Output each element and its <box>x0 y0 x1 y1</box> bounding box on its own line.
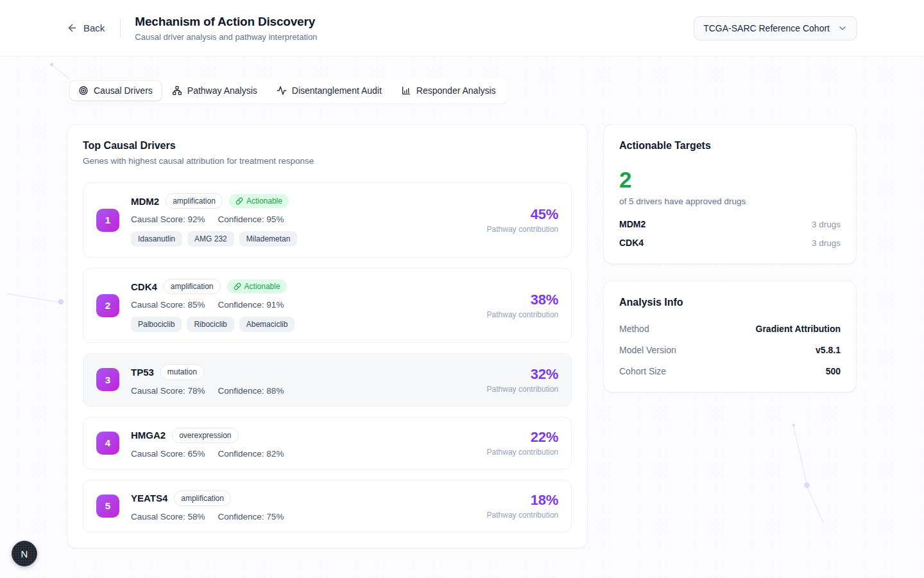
actionable-label: Actionable <box>246 196 282 206</box>
info-label: Method <box>619 324 649 334</box>
target-rows: MDM2 3 drugs CDK4 3 drugs <box>619 219 841 248</box>
waveform-icon <box>277 85 287 96</box>
info-label: Cohort Size <box>619 366 666 376</box>
page-subtitle: Causal driver analysis and pathway inter… <box>135 32 317 42</box>
target-drug-count: 3 drugs <box>812 238 841 248</box>
drug-chip: Ribociclib <box>187 317 234 332</box>
target-gene: MDM2 <box>619 219 646 229</box>
target-gene: CDK4 <box>619 238 644 248</box>
tab-label: Causal Drivers <box>94 85 153 96</box>
driver-card-hmga2[interactable]: 4 HMGA2 overexpression Causal Score: 65%… <box>83 417 572 469</box>
tab-label: Pathway Analysis <box>187 85 257 96</box>
driver-list: 1 MDM2 amplification Actionable <box>83 182 572 532</box>
confidence: Confidence: 82% <box>218 449 284 459</box>
causal-score: Causal Score: 58% <box>131 512 205 521</box>
info-value: v5.8.1 <box>816 345 841 355</box>
pathway-contribution-label: Pathway contribution <box>487 385 558 394</box>
drug-chip: Abemaciclib <box>239 317 295 332</box>
target-row-cdk4: CDK4 3 drugs <box>619 238 841 248</box>
panel-title: Top Causal Drivers <box>83 140 572 152</box>
header: Back Mechanism of Action Discovery Causa… <box>0 0 924 57</box>
tab-pathway-analysis[interactable]: Pathway Analysis <box>163 80 266 101</box>
back-button[interactable]: Back <box>67 22 105 33</box>
info-value: Gradient Attribution <box>756 324 841 334</box>
mechanism-of-action-page: Back Mechanism of Action Discovery Causa… <box>0 0 924 578</box>
confidence: Confidence: 91% <box>218 300 284 310</box>
info-row-model-version: Model Version v5.8.1 <box>619 345 841 355</box>
actionable-badge: Actionable <box>227 279 287 293</box>
info-value: 500 <box>826 366 841 376</box>
pathway-contribution-label: Pathway contribution <box>487 448 558 457</box>
rank-badge: 4 <box>96 432 119 455</box>
bar-chart-icon <box>401 85 411 96</box>
gene-name: TP53 <box>131 367 154 378</box>
tab-causal-drivers[interactable]: Causal Drivers <box>69 80 162 101</box>
driver-card-cdk4[interactable]: 2 CDK4 amplification Actionable <box>83 268 572 343</box>
gene-name: YEATS4 <box>131 493 167 504</box>
app-logo-button[interactable]: N <box>12 541 37 566</box>
confidence: Confidence: 95% <box>218 215 284 224</box>
gene-name: CDK4 <box>131 281 157 292</box>
alteration-badge: amplification <box>166 193 223 209</box>
alteration-badge: overexpression <box>172 428 238 443</box>
tab-label: Responder Analysis <box>416 85 496 96</box>
header-divider <box>120 19 121 38</box>
driver-card-tp53[interactable]: 3 TP53 mutation Causal Score: 78% Confid… <box>83 353 572 406</box>
causal-score: Causal Score: 85% <box>131 300 205 310</box>
driver-card-yeats4[interactable]: 5 YEATS4 amplification Causal Score: 58%… <box>83 480 572 532</box>
rank-badge: 2 <box>96 294 119 317</box>
actionable-description: of 5 drivers have approved drugs <box>619 197 841 206</box>
logo-letter: N <box>21 548 28 559</box>
target-icon <box>78 85 89 96</box>
target-drug-count: 3 drugs <box>812 220 841 229</box>
rank-badge: 3 <box>96 368 119 391</box>
rank-badge: 5 <box>96 495 119 518</box>
alteration-badge: amplification <box>164 279 221 294</box>
confidence: Confidence: 75% <box>218 512 284 521</box>
causal-score: Causal Score: 65% <box>131 449 205 459</box>
gene-name: MDM2 <box>131 196 159 207</box>
info-label: Model Version <box>619 345 676 355</box>
pathway-contribution-label: Pathway contribution <box>487 310 558 319</box>
panel-title: Actionable Targets <box>619 140 841 152</box>
target-row-mdm2: MDM2 3 drugs <box>619 219 841 229</box>
panel-subtitle: Genes with highest causal attribution fo… <box>83 156 572 166</box>
drug-chip: Milademetan <box>239 231 298 247</box>
causal-score: Causal Score: 78% <box>131 386 205 396</box>
alteration-badge: amplification <box>174 491 231 506</box>
pathway-contribution-label: Pathway contribution <box>487 511 558 520</box>
pathway-contribution-value: 22% <box>487 429 558 446</box>
pill-icon <box>234 283 241 290</box>
pill-icon <box>235 197 243 205</box>
drug-chip: AMG 232 <box>187 231 234 247</box>
pathway-contribution-value: 18% <box>487 492 558 509</box>
actionable-targets-panel: Actionable Targets 2 of 5 drivers have a… <box>603 124 857 264</box>
cohort-selector[interactable]: TCGA-SARC Reference Cohort <box>694 16 857 40</box>
hierarchy-icon <box>172 85 182 96</box>
tab-label: Disentanglement Audit <box>292 85 382 96</box>
actionable-badge: Actionable <box>229 194 289 208</box>
pathway-contribution-value: 38% <box>487 292 558 308</box>
tab-disentanglement-audit[interactable]: Disentanglement Audit <box>268 80 391 101</box>
analysis-info-panel: Analysis Info Method Gradient Attributio… <box>603 281 857 392</box>
pathway-contribution-value: 32% <box>487 366 558 383</box>
arrow-left-icon <box>67 22 78 33</box>
panel-title: Analysis Info <box>619 297 841 308</box>
driver-card-mdm2[interactable]: 1 MDM2 amplification Actionable <box>83 182 572 258</box>
chevron-down-icon <box>837 23 848 33</box>
gene-name: HMGA2 <box>131 430 166 441</box>
actionable-label: Actionable <box>244 281 280 292</box>
info-row-cohort-size: Cohort Size 500 <box>619 366 841 376</box>
cohort-selector-value: TCGA-SARC Reference Cohort <box>703 23 830 33</box>
tab-bar: Causal Drivers Pathway Analysis Disentan… <box>67 78 508 103</box>
causal-score: Causal Score: 92% <box>131 215 205 224</box>
title-block: Mechanism of Action Discovery Causal dri… <box>135 15 317 42</box>
info-row-method: Method Gradient Attribution <box>619 324 841 334</box>
confidence: Confidence: 88% <box>218 386 284 396</box>
drug-chip: Palbociclib <box>131 317 182 332</box>
pathway-contribution-value: 45% <box>487 206 558 223</box>
actionable-count: 2 <box>619 168 841 191</box>
top-causal-drivers-panel: Top Causal Drivers Genes with highest ca… <box>67 124 588 548</box>
tab-responder-analysis[interactable]: Responder Analysis <box>392 80 505 101</box>
back-label: Back <box>83 22 105 33</box>
